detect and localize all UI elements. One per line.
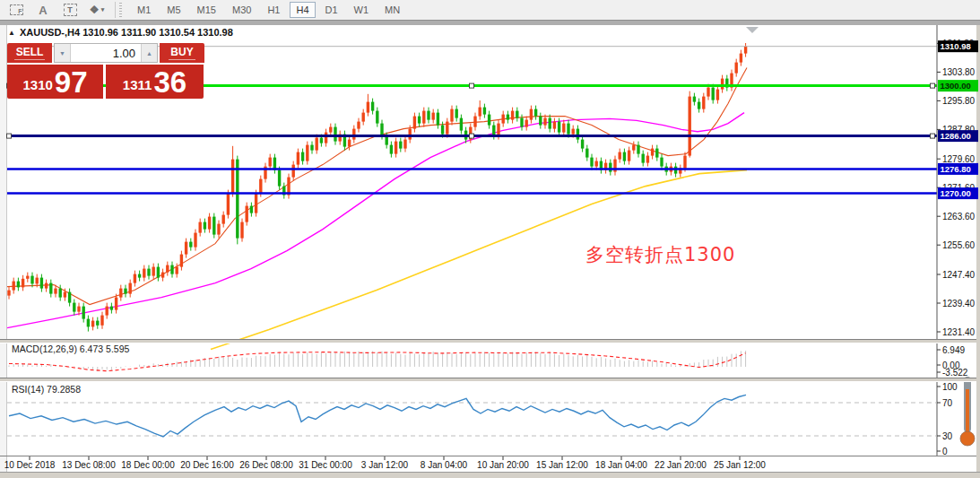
sell-price-integer: 1310: [22, 74, 52, 97]
text-a-icon[interactable]: A: [32, 2, 54, 18]
tab-h1[interactable]: H1: [261, 2, 286, 18]
candle-body: [525, 120, 528, 127]
tab-m5[interactable]: M5: [160, 2, 186, 18]
time-axis-label: 10 Dec 2018: [4, 460, 56, 470]
candle-body: [250, 206, 253, 213]
candle-body: [562, 124, 565, 133]
candle-body: [45, 283, 48, 289]
price-badge-label: 1286.00: [941, 131, 971, 141]
text-label-icon[interactable]: T: [59, 2, 81, 18]
line-handle[interactable]: [470, 134, 474, 138]
candle-body: [292, 165, 295, 178]
price-tick-label: 1263.60: [942, 212, 976, 222]
price-tick-label: 1295.80: [942, 96, 976, 106]
price-badge-label: 1300.00: [941, 81, 971, 91]
candle-body: [143, 269, 145, 278]
tab-d1[interactable]: D1: [319, 2, 344, 18]
candle-body: [516, 111, 518, 118]
time-axis-label: 31 Dec 00:00: [299, 460, 352, 470]
line-handle[interactable]: [7, 134, 12, 138]
macd-indicator-label: MACD(12,26,9) 6.473 5.595: [12, 343, 129, 354]
tab-m1[interactable]: M1: [131, 2, 157, 18]
candle-body: [40, 278, 43, 289]
candle-body: [413, 117, 416, 129]
buy-button[interactable]: BUY: [160, 43, 204, 63]
tab-m30[interactable]: M30: [226, 2, 257, 18]
candle-body: [96, 321, 99, 326]
candle-body: [124, 289, 126, 294]
candle-body: [446, 122, 448, 135]
buy-price-box[interactable]: 1311 36: [106, 65, 204, 99]
candle-body: [367, 102, 369, 113]
sell-price-box[interactable]: 1310 97: [7, 65, 103, 99]
selection-box-f-icon[interactable]: F: [5, 2, 27, 18]
tab-m15[interactable]: M15: [191, 2, 222, 18]
ma-fast-line: [7, 68, 747, 305]
chart-annotation-text: 多空转折点1300: [585, 242, 735, 267]
macd-panel-separator[interactable]: [0, 339, 976, 343]
chevron-down-icon: ▾: [101, 6, 105, 13]
toolbar-grip[interactable]: [119, 3, 124, 17]
candle-body: [740, 54, 742, 63]
price-tick-label: 1231.40: [942, 327, 976, 337]
line-handle[interactable]: [931, 83, 935, 88]
candle-body: [73, 303, 75, 312]
tab-mn[interactable]: MN: [378, 2, 406, 18]
candle-body: [403, 140, 406, 149]
volume-decrease-button[interactable]: ▼: [55, 44, 71, 62]
candle-body: [399, 142, 402, 149]
candle-body: [147, 269, 150, 276]
volume-input[interactable]: 1.00: [71, 44, 141, 62]
collapse-arrow-icon[interactable]: ▲: [8, 29, 15, 37]
shapes-glyph: ❖: [90, 4, 100, 16]
line-handle[interactable]: [931, 134, 935, 138]
candle-body: [558, 122, 560, 133]
volume-increase-button[interactable]: ▲: [141, 44, 157, 62]
candle-body: [543, 118, 546, 126]
candle-body: [68, 292, 71, 303]
candle-body: [13, 282, 15, 291]
candle-body: [628, 151, 630, 161]
time-axis-label: 20 Dec 16:00: [180, 460, 234, 470]
sell-button[interactable]: SELL: [7, 43, 52, 63]
candle-body: [479, 108, 481, 117]
candle-body: [721, 79, 724, 90]
candle-body: [110, 307, 113, 310]
rsi-panel-separator[interactable]: [0, 378, 976, 382]
candle-body: [115, 298, 117, 310]
candle-body: [231, 160, 234, 194]
candle-body: [320, 138, 323, 143]
sell-button-label: SELL: [14, 46, 46, 60]
candle-body: [54, 289, 56, 294]
candle-body: [492, 126, 495, 136]
line-handle[interactable]: [470, 83, 474, 88]
thermometer-icon: [960, 377, 975, 446]
candle-body: [380, 124, 383, 136]
macd-axis-label: -3.522: [942, 368, 968, 378]
candle-body: [549, 118, 551, 129]
rsi-indicator-label: RSI(14) 79.2858: [12, 384, 81, 395]
chart-shift-marker-icon[interactable]: [746, 27, 759, 33]
buy-button-label: BUY: [169, 46, 195, 60]
rsi-axis-label: 30: [942, 431, 953, 441]
candle-body: [567, 124, 569, 135]
buy-price-fraction: 36: [153, 67, 186, 97]
shapes-icon[interactable]: ❖ ▾: [86, 2, 108, 18]
price-badge-label: 1310.98: [941, 41, 971, 51]
candle-body: [161, 273, 164, 278]
candle-body: [637, 145, 639, 154]
time-axis-label: 22 Jan 20:00: [655, 460, 707, 470]
price-badge-label: 1270.00: [941, 188, 971, 198]
candle-body: [334, 127, 336, 142]
candle-body: [194, 233, 196, 248]
candle-body: [278, 170, 281, 187]
tab-h4[interactable]: H4: [290, 2, 315, 18]
candle-body: [91, 321, 94, 327]
candle-body: [642, 154, 645, 163]
tab-w1[interactable]: W1: [348, 2, 376, 18]
toolbar: F A T ❖ ▾ M1 M5 M15 M30 H1 H4 D1 W1 MN: [0, 0, 980, 20]
candle-body: [455, 109, 458, 118]
price-tick-label: 1303.80: [942, 67, 976, 77]
candle-body: [36, 278, 39, 284]
candle-body: [595, 161, 598, 167]
